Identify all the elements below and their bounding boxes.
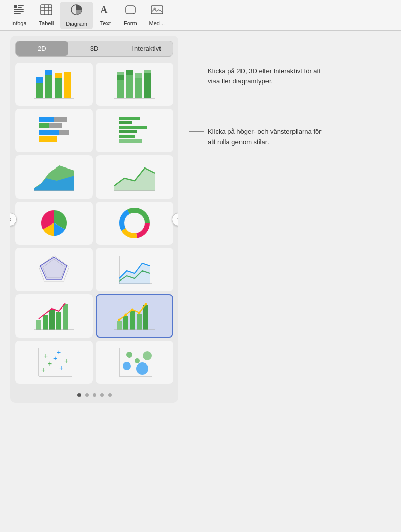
svg-rect-32 <box>144 70 151 73</box>
svg-point-94 <box>136 362 148 375</box>
text-icon: A <box>99 4 112 18</box>
chart-item-6[interactable] <box>96 155 173 199</box>
svg-marker-51 <box>114 168 155 191</box>
chart-item-7[interactable] <box>15 202 93 245</box>
svg-rect-14 <box>151 6 163 14</box>
svg-text:+: + <box>57 348 61 356</box>
svg-rect-29 <box>135 78 142 98</box>
chart-item-9[interactable] <box>15 248 93 291</box>
toolbar-media-label: Med... <box>149 20 165 26</box>
chart-item-1[interactable] <box>15 63 93 106</box>
svg-point-78 <box>138 312 141 314</box>
svg-point-93 <box>135 358 140 363</box>
dot-4[interactable] <box>100 393 104 397</box>
svg-point-77 <box>131 309 134 311</box>
chart-item-8[interactable] <box>96 202 173 245</box>
svg-rect-13 <box>126 6 135 14</box>
tab-3d[interactable]: 3D <box>68 41 121 56</box>
svg-point-79 <box>145 303 147 306</box>
svg-rect-70 <box>117 321 122 330</box>
svg-rect-43 <box>119 121 132 124</box>
svg-rect-39 <box>39 130 59 135</box>
svg-rect-64 <box>36 320 41 330</box>
svg-rect-72 <box>130 311 135 330</box>
svg-rect-20 <box>55 78 62 98</box>
chart-item-14[interactable] <box>96 341 173 384</box>
annotation-text-1: Klicka på 2D, 3D eller Interaktivt för a… <box>208 66 325 86</box>
svg-rect-46 <box>119 135 135 138</box>
annotations: Klicka på 2D, 3D eller Interaktivt för a… <box>189 36 391 403</box>
chart-item-4[interactable] <box>96 109 173 152</box>
svg-point-57 <box>127 216 142 230</box>
svg-rect-18 <box>45 75 52 98</box>
annotation-text-2: Klicka på höger- och vänsterpilarna för … <box>208 127 325 147</box>
toolbar-insert[interactable]: Infoga <box>5 2 33 29</box>
svg-rect-5 <box>14 13 21 14</box>
chart-item-2[interactable] <box>96 63 173 106</box>
toolbar-table[interactable]: Tabell <box>33 2 60 29</box>
diagram-icon <box>70 4 83 19</box>
dot-1[interactable] <box>77 393 81 397</box>
svg-rect-3 <box>14 9 24 10</box>
toolbar-shape[interactable]: Form <box>118 2 143 29</box>
media-icon <box>151 4 163 18</box>
svg-text:+: + <box>44 352 48 360</box>
svg-marker-60 <box>40 257 67 279</box>
chart-item-5[interactable] <box>15 155 93 199</box>
svg-rect-42 <box>119 117 140 120</box>
chart-item-10[interactable] <box>96 248 173 291</box>
chart-item-11[interactable] <box>15 294 93 338</box>
toolbar-shape-label: Form <box>124 20 137 26</box>
svg-rect-35 <box>39 117 54 122</box>
toolbar-media[interactable]: Med... <box>143 2 171 29</box>
svg-rect-47 <box>119 139 142 143</box>
toolbar-text-label: Text <box>100 20 111 26</box>
svg-text:A: A <box>100 4 108 15</box>
chart-item-3[interactable] <box>15 109 93 152</box>
svg-rect-0 <box>14 5 17 8</box>
svg-point-92 <box>123 362 131 370</box>
svg-rect-71 <box>123 316 128 330</box>
page-dots <box>10 389 178 403</box>
svg-rect-24 <box>117 80 124 98</box>
annotation-line-1 <box>189 71 204 71</box>
svg-rect-65 <box>43 315 48 330</box>
svg-rect-26 <box>117 72 124 75</box>
svg-rect-1 <box>18 5 24 6</box>
dot-5[interactable] <box>108 393 112 397</box>
svg-rect-19 <box>45 70 52 75</box>
insert-icon <box>13 4 25 18</box>
tab-interactive[interactable]: Interaktivt <box>120 41 173 56</box>
chart-item-13[interactable]: + + + + + + + <box>15 341 93 384</box>
svg-rect-21 <box>55 73 62 78</box>
tab-bar: 2D 3D Interaktivt <box>15 41 173 57</box>
table-icon <box>40 4 52 18</box>
svg-point-96 <box>143 351 152 360</box>
svg-rect-22 <box>64 72 71 98</box>
main-layout: ‹ › 2D 3D Interaktivt <box>0 31 401 408</box>
toolbar-diagram[interactable]: Diagram <box>60 2 93 29</box>
svg-rect-68 <box>63 304 68 330</box>
tab-2d[interactable]: 2D <box>16 41 68 56</box>
svg-text:+: + <box>59 363 63 372</box>
chart-grid: + + + + + + + <box>10 61 178 389</box>
annotation-2: Klicka på höger- och vänsterpilarna för … <box>189 127 391 147</box>
svg-rect-31 <box>144 73 151 98</box>
svg-rect-37 <box>39 123 49 128</box>
svg-rect-2 <box>18 7 22 8</box>
svg-rect-44 <box>119 126 147 129</box>
svg-rect-73 <box>137 314 142 330</box>
svg-rect-30 <box>135 73 142 78</box>
dot-3[interactable] <box>93 393 96 397</box>
svg-rect-67 <box>56 312 61 330</box>
chart-item-12[interactable] <box>96 294 173 338</box>
svg-rect-17 <box>36 77 43 83</box>
dot-2[interactable] <box>85 393 89 397</box>
svg-text:+: + <box>41 366 45 374</box>
svg-rect-16 <box>36 83 43 98</box>
toolbar-text[interactable]: A Text <box>93 2 118 29</box>
shape-icon <box>124 4 137 18</box>
toolbar-table-label: Tabell <box>39 20 54 26</box>
svg-rect-74 <box>143 305 148 330</box>
annotation-1: Klicka på 2D, 3D eller Interaktivt för a… <box>189 66 391 86</box>
